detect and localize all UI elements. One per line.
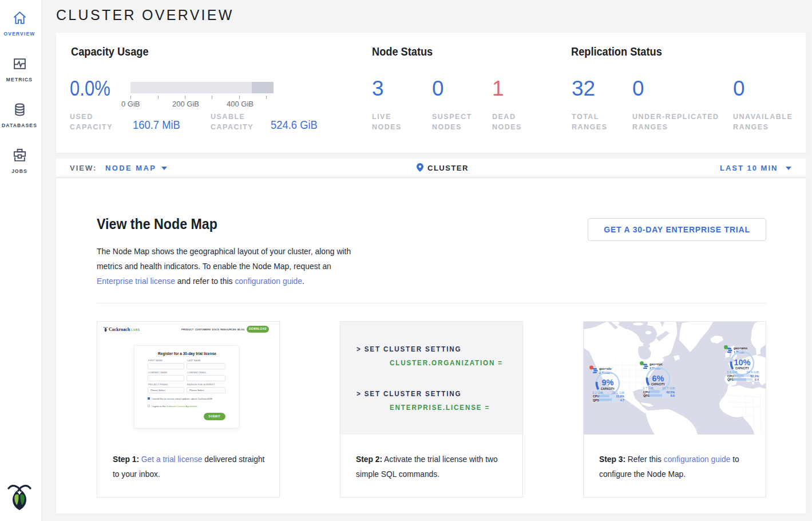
svg-text:CAPACITY: CAPACITY: [735, 367, 750, 370]
svg-text:34.4 GiB: 34.4 GiB: [746, 370, 759, 374]
svg-text:10%: 10%: [734, 358, 750, 367]
svg-text:3.7 GiB: 3.7 GiB: [643, 386, 653, 390]
svg-text:geo=sfo: geo=sfo: [599, 367, 612, 370]
svg-text:3.6 GiB: 3.6 GiB: [727, 370, 738, 374]
svg-text:42.5%: 42.5%: [666, 390, 675, 394]
svg-text:0.0: 0.0: [671, 394, 675, 397]
svg-text:QPS: QPS: [727, 378, 734, 381]
svg-text:35.1 GiB: 35.1 GiB: [612, 391, 624, 394]
svg-text:CAPACITY: CAPACITY: [601, 388, 615, 390]
svg-text:CAPACITY: CAPACITY: [651, 383, 666, 386]
svg-text:geo=ams: geo=ams: [734, 346, 747, 350]
svg-text:6%: 6%: [652, 374, 664, 383]
svg-text:CPU: CPU: [643, 390, 649, 394]
svg-text:4.7: 4.7: [620, 398, 624, 402]
svg-text:11.0%: 11.0%: [616, 394, 625, 398]
svg-text:0.4: 0.4: [755, 378, 759, 381]
svg-text:QPS: QPS: [593, 398, 599, 402]
svg-text:geo=nyc: geo=nyc: [649, 362, 663, 366]
svg-text:CPU: CPU: [727, 374, 734, 378]
svg-text:52.3%: 52.3%: [750, 374, 759, 378]
svg-text:3.2 GiB: 3.2 GiB: [592, 391, 603, 394]
svg-text:65.7 GiB: 65.7 GiB: [662, 386, 675, 390]
svg-text:QPS: QPS: [643, 394, 649, 397]
svg-text:CPU: CPU: [593, 394, 599, 398]
svg-text:9%: 9%: [602, 378, 614, 387]
